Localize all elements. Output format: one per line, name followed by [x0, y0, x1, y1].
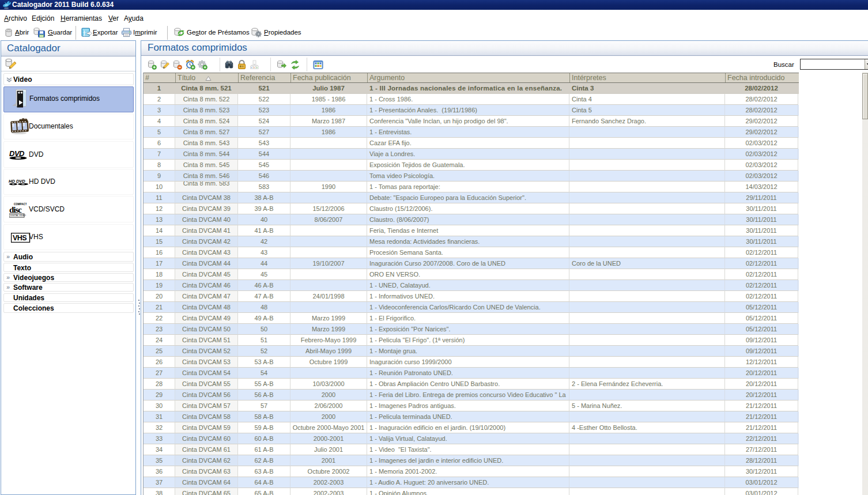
- svg-text:VHS: VHS: [13, 234, 27, 242]
- svg-text:disc: disc: [9, 205, 22, 214]
- svg-text:DIGITAL VIDEO: DIGITAL VIDEO: [10, 214, 26, 217]
- svg-text:HD DVD: HD DVD: [9, 179, 25, 184]
